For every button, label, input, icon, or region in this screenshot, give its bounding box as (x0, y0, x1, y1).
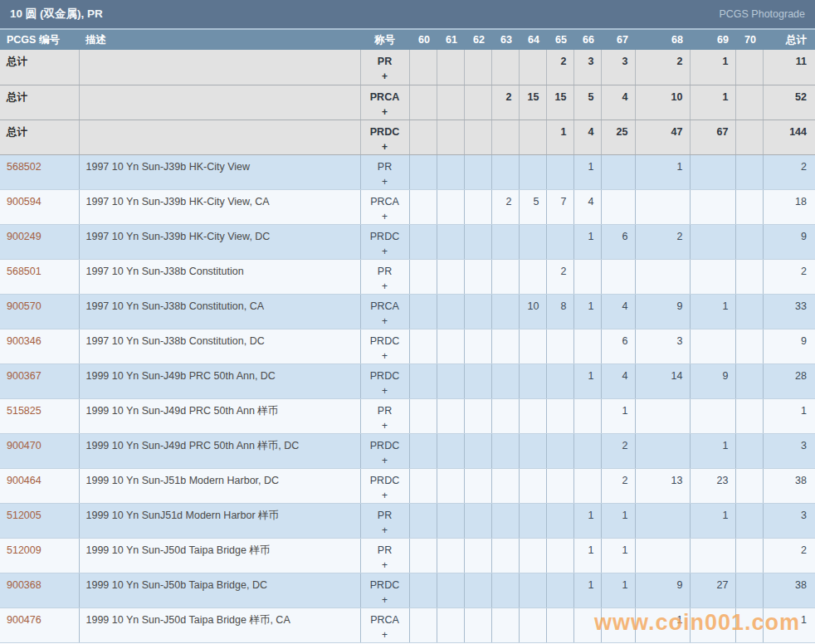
plus-grade-marker: + (362, 105, 408, 119)
pcgs-number-link[interactable]: 900476 (7, 614, 41, 626)
column-header-grade: 68 (635, 30, 690, 50)
grade-count-cell (735, 85, 763, 120)
pcgs-number-link[interactable]: 512009 (7, 544, 41, 556)
grade-count-cell: 5 (573, 85, 601, 120)
grade-count-cell: 9 (690, 363, 735, 398)
pcgs-number-link[interactable]: 900249 (7, 231, 41, 242)
designation-cell: PRDC+ (360, 120, 409, 154)
pcgs-number-link[interactable]: 900464 (7, 475, 41, 486)
column-header-grade: 67 (601, 30, 635, 50)
grade-count-cell (690, 329, 735, 363)
pcgs-number-link[interactable]: 512005 (7, 510, 41, 521)
designation-label: PR (378, 56, 392, 67)
grade-count-cell: 3 (601, 50, 635, 85)
pcgs-number-link[interactable]: 568501 (7, 266, 41, 277)
grade-count-cell (546, 329, 573, 363)
pcgs-number-link[interactable]: 900346 (7, 335, 41, 347)
description-cell: 1999 10 Yn Sun-J49d PRC 50th Ann 样币 (79, 398, 360, 433)
grade-count-cell (690, 154, 735, 189)
grade-count-cell (635, 259, 690, 294)
row-total-cell: 3 (763, 433, 815, 468)
grade-count-cell (519, 538, 546, 573)
pcgs-number-link[interactable]: 900570 (7, 300, 41, 312)
summary-label: 总计 (7, 91, 27, 103)
column-header-pcgs-number: PCGS 编号 (0, 30, 79, 50)
grade-count-cell (409, 120, 437, 154)
description-cell: 1999 10 Yn Sun-J50d Taipa Bridge 样币 (79, 538, 360, 573)
row-total-cell: 9 (763, 329, 815, 363)
grade-count-cell (519, 259, 546, 294)
grade-count-cell: 2 (601, 433, 635, 468)
pcgs-number-cell: 900249 (0, 224, 79, 259)
grade-count-cell (437, 189, 464, 224)
grade-count-cell (464, 85, 491, 120)
pcgs-number-link[interactable]: 900368 (7, 579, 41, 591)
grade-count-cell (573, 329, 601, 363)
grade-count-cell (573, 433, 601, 468)
column-header-description: 描述 (79, 30, 360, 50)
designation-label: PRDC (370, 370, 399, 382)
grade-count-cell: 2 (491, 189, 519, 224)
pcgs-number-link[interactable]: 900594 (7, 196, 41, 207)
grade-count-cell: 1 (690, 294, 735, 329)
column-header-total: 总计 (763, 30, 815, 50)
pcgs-number-cell: 900470 (0, 433, 79, 468)
page-title: 10 圆 (双金属), PR (10, 7, 103, 22)
designation-cell: PRCA+ (360, 189, 409, 224)
designation-cell: PR+ (360, 259, 409, 294)
grade-count-cell: 2 (546, 259, 573, 294)
pcgs-number-link[interactable]: 568502 (7, 161, 41, 173)
grade-count-cell (735, 224, 763, 259)
pcgs-number-link[interactable]: 515825 (7, 405, 41, 417)
designation-label: PRDC (370, 231, 399, 242)
row-total-cell: 3 (763, 503, 815, 538)
description-cell: 1997 10 Yn Sun-J38b Constitution (79, 259, 360, 294)
grade-count-cell: 4 (573, 189, 601, 224)
grade-count-cell (464, 50, 491, 85)
grade-count-cell (437, 538, 464, 573)
grade-count-cell (409, 189, 437, 224)
description-cell: 1997 10 Yn Sun-J39b HK-City View (79, 154, 360, 189)
grade-count-cell: 10 (519, 294, 546, 329)
grade-count-cell (409, 85, 437, 120)
designation-label: PRDC (370, 579, 399, 591)
grade-count-cell: 25 (601, 120, 635, 154)
table-row: 9004701999 10 Yn Sun-J49d PRC 50th Ann 样… (0, 433, 815, 468)
grade-count-cell: 1 (573, 503, 601, 538)
grade-count-cell (635, 503, 690, 538)
grade-count-cell: 2 (491, 85, 519, 120)
row-total-cell: 2 (763, 259, 815, 294)
designation-label: PRCA (370, 196, 399, 207)
grade-count-cell (437, 154, 464, 189)
pcgs-number-link[interactable]: 900470 (7, 440, 41, 451)
grade-count-cell (735, 573, 763, 607)
grade-count-cell: 9 (635, 573, 690, 607)
grade-count-cell: 6 (601, 224, 635, 259)
grade-count-cell: 1 (573, 294, 601, 329)
column-header-grade: 61 (437, 30, 464, 50)
grade-count-cell (464, 573, 491, 607)
row-total-cell: 2 (763, 154, 815, 189)
grade-count-cell (519, 398, 546, 433)
grade-count-cell (573, 398, 601, 433)
description-cell (79, 120, 360, 154)
grade-count-cell: 7 (546, 189, 573, 224)
pcgs-number-cell: 900464 (0, 468, 79, 503)
designation-cell: PR+ (360, 503, 409, 538)
pcgs-number-link[interactable]: 900367 (7, 370, 41, 382)
grade-count-cell: 14 (635, 363, 690, 398)
plus-grade-marker: + (362, 280, 408, 293)
grade-count-cell (519, 433, 546, 468)
column-header-grade: 69 (690, 30, 735, 50)
grade-count-cell: 4 (601, 85, 635, 120)
grade-count-cell (573, 259, 601, 294)
grade-count-cell (601, 154, 635, 189)
designation-label: PRDC (370, 335, 399, 347)
grade-count-cell (464, 189, 491, 224)
grade-count-cell (601, 607, 635, 642)
table-row: 5158251999 10 Yn Sun-J49d PRC 50th Ann 样… (0, 398, 815, 433)
grade-count-cell: 4 (573, 120, 601, 154)
grade-count-cell (519, 468, 546, 503)
grade-count-cell (491, 398, 519, 433)
grade-count-cell (519, 120, 546, 154)
